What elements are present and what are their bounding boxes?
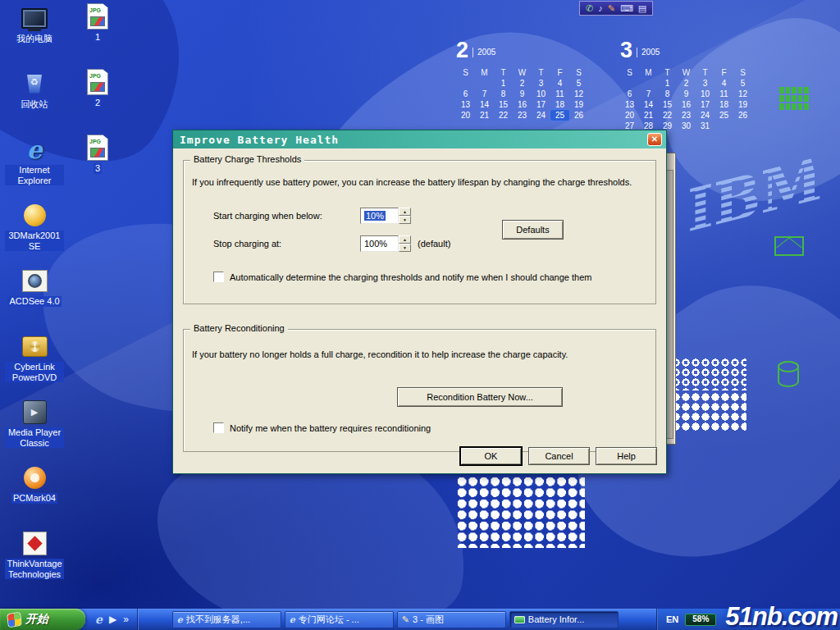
calendar-date: 22	[494, 110, 513, 121]
calendar-date: 6	[620, 89, 639, 99]
dialog-titlebar[interactable]: Improve Battery Health	[173, 130, 666, 148]
desktop-icon-acdsee[interactable]: ACDSee 4.0	[5, 264, 64, 330]
spin-down-icon[interactable]	[399, 244, 411, 252]
start-threshold-value-box[interactable]: 10%	[360, 208, 399, 224]
calendar-empty-cell	[456, 78, 475, 89]
battery-icon	[514, 616, 525, 623]
calendar-date: 11	[714, 89, 733, 99]
keypad-grid-cell	[798, 95, 803, 102]
language-bar[interactable]: ✆♪✎⌨▤	[579, 1, 653, 16]
calendar-date: 1	[658, 78, 677, 89]
jpg-badge: JPG	[88, 7, 101, 14]
calendar-date: 12	[733, 89, 752, 99]
thinkvantage-icon	[20, 530, 49, 556]
calendar-date: 30	[677, 121, 696, 131]
close-icon[interactable]	[647, 133, 662, 146]
desktop-icon-3dmark2001-se[interactable]: 3DMark2001 SE	[5, 199, 64, 264]
chevron-icon[interactable]: »	[123, 614, 129, 624]
desktop-icon-internet-explorer[interactable]: Internet Explorer	[5, 133, 64, 199]
calendar-date: 8	[494, 89, 513, 99]
help-button[interactable]: Help	[596, 447, 657, 465]
calendar-day-header: M	[639, 67, 658, 78]
ie-icon[interactable]: e	[95, 614, 103, 625]
keypad-grid-cell	[792, 87, 797, 94]
start-button[interactable]: 开始	[0, 609, 85, 630]
speaker-icon[interactable]: ♪	[598, 4, 603, 13]
desktop-icon-jpg-2[interactable]: JPG2	[74, 66, 121, 131]
taskbar: 开始 e▶» e找不到服务器,...e专门网论坛 - ...✎3 - 画图Bat…	[0, 609, 840, 630]
calendar-date: 22	[658, 110, 677, 121]
desktop-icon-jpg-3[interactable]: JPG3	[74, 131, 121, 197]
desktop-icon-thinkvantage[interactable]: ThinkVantage Technologies	[5, 527, 64, 592]
task-ie-2-button[interactable]: e专门网论坛 - ...	[285, 611, 394, 628]
desktop-icon-media-player-classic[interactable]: Media Player Classic	[5, 395, 64, 461]
calendar-date: 23	[513, 110, 532, 121]
calendar-date: 16	[677, 99, 696, 110]
calendar-date: 19	[733, 99, 752, 110]
desktop-icon-label: CyberLink PowerDVD	[5, 362, 64, 382]
pen-icon[interactable]: ✎	[608, 4, 615, 13]
desktop-icon-jpg-1[interactable]: JPG1	[74, 0, 121, 66]
notify-reconditioning-checkbox[interactable]	[213, 422, 224, 433]
media-player-icon[interactable]: ▶	[109, 614, 116, 624]
keypad-grid-icon	[779, 87, 809, 110]
ok-button[interactable]: OK	[460, 447, 522, 465]
calendar-month-number: 2	[456, 39, 468, 61]
stop-threshold-value-box[interactable]: 100%	[360, 235, 399, 252]
defaults-button[interactable]: Defaults	[502, 220, 564, 240]
notify-reconditioning-checkbox-label[interactable]: Notify me when the battery requires reco…	[230, 423, 431, 433]
keypad-grid-cell	[792, 103, 797, 110]
language-indicator[interactable]: EN	[666, 614, 678, 624]
task-battery-button[interactable]: Battery Infor...	[509, 611, 619, 628]
desktop-icon-my-computer[interactable]: 我的电脑	[5, 2, 64, 67]
calendar-date: 9	[677, 89, 696, 99]
svg-text:IBM: IBM	[674, 144, 828, 246]
auto-determine-checkbox-label[interactable]: Automatically determine the charging thr…	[230, 272, 591, 282]
task-label: Battery Infor...	[528, 614, 584, 624]
3dmark2001-se-icon	[20, 202, 49, 228]
jpg-thumbnail	[90, 148, 105, 158]
spin-up-icon[interactable]	[399, 208, 411, 216]
dialog-body: Battery Charge Thresholds If you infrequ…	[173, 148, 666, 473]
recondition-battery-button[interactable]: Recondition Battery Now...	[397, 387, 563, 407]
desktop-icon-recycle-bin[interactable]: 回收站	[5, 67, 64, 133]
default-note: (default)	[418, 239, 450, 249]
desktop-icon-powerdvd[interactable]: CyberLink PowerDVD	[5, 330, 64, 395]
cancel-button[interactable]: Cancel	[528, 447, 590, 465]
keypad-grid-cell	[798, 87, 803, 94]
desktop-icon-pcmark04[interactable]: PCMark04	[5, 461, 64, 527]
auto-determine-checkbox[interactable]	[213, 272, 224, 282]
task-paint-button[interactable]: ✎3 - 画图	[397, 611, 506, 628]
dialog-title: Improve Battery Health	[180, 134, 647, 146]
spin-down-icon[interactable]	[399, 216, 411, 224]
tray-battery-icon[interactable]: 58%	[685, 614, 716, 626]
calendar-date: 21	[475, 110, 494, 121]
quick-launch-bar: e▶»	[85, 609, 138, 630]
calendar-date: 5	[569, 78, 588, 89]
start-threshold-spinner[interactable]: 10%	[360, 208, 411, 224]
calendar-date: 13	[620, 99, 639, 110]
jpg-badge: JPG	[88, 72, 101, 80]
calendar-empty-cell	[639, 78, 658, 89]
calendar-date: 4	[550, 78, 569, 89]
calendar-date: 14	[639, 99, 658, 110]
keypad-grid-cell	[792, 95, 797, 102]
jpg-2-icon: JPG	[87, 69, 108, 95]
stop-threshold-spinner[interactable]: 100%	[360, 235, 411, 252]
start-button-label: 开始	[25, 612, 48, 627]
internet-explorer-icon	[20, 136, 49, 162]
keyboard-icon[interactable]: ⌨	[620, 4, 633, 13]
halftone-dots-pattern	[671, 358, 746, 390]
task-ie-1-button[interactable]: e找不到服务器,...	[172, 611, 281, 628]
keypad-grid-cell	[779, 103, 784, 110]
calendar-date: 1	[494, 78, 513, 89]
calendar-date: 14	[475, 99, 494, 110]
calendar-date: 21	[639, 110, 658, 121]
notes-icon[interactable]: ▤	[638, 4, 646, 13]
group-title: Battery Charge Thresholds	[190, 154, 304, 164]
calendar-date: 3	[532, 78, 550, 89]
calendar-date: 17	[532, 99, 550, 110]
phone-icon[interactable]: ✆	[586, 4, 593, 13]
spin-up-icon[interactable]	[399, 235, 411, 244]
reconditioning-description: If your battery no longer holds a full c…	[192, 349, 568, 359]
